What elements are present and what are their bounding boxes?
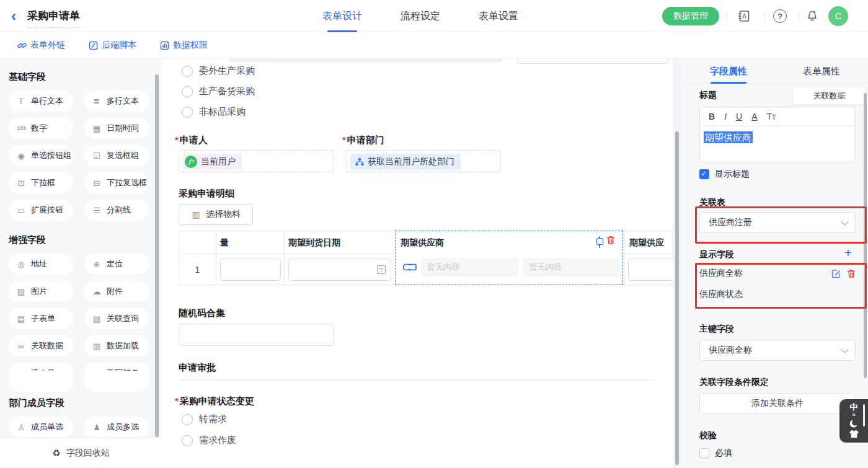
- field-item-multi-select[interactable]: ⊟下拉复选框: [84, 172, 149, 193]
- field-item-expand-button[interactable]: ▭扩展按钮: [9, 200, 73, 221]
- field-item-number[interactable]: 123数字: [9, 118, 73, 139]
- tab-flow-setting[interactable]: 流程设定: [401, 0, 440, 32]
- backend-script-button[interactable]: 后端脚本: [89, 40, 136, 51]
- radio-option-demand-void[interactable]: 需求作废: [182, 435, 236, 446]
- radio-icon[interactable]: [182, 435, 193, 446]
- field-item-subform[interactable]: ▤子表单: [9, 308, 73, 329]
- tab-field-properties[interactable]: 字段属性: [682, 59, 775, 83]
- supplier2-cell-input[interactable]: [628, 258, 673, 281]
- field-item-attachment[interactable]: ☁附件: [84, 281, 149, 302]
- relation-table-select[interactable]: 供应商注册: [699, 212, 856, 233]
- tag-label: 获取当前用户所处部门: [368, 156, 454, 167]
- relation-query-icon: ▧: [92, 314, 102, 324]
- radio-option-to-demand[interactable]: 转需求: [182, 413, 227, 425]
- add-display-field-icon[interactable]: +: [844, 248, 852, 258]
- field-item-checkbox-group[interactable]: ☑复选框组: [84, 145, 149, 166]
- canvas-scrollbar[interactable]: [675, 131, 679, 465]
- primary-key-select[interactable]: 供应商全称: [699, 340, 856, 361]
- translate-icon[interactable]: 中a: [850, 404, 858, 418]
- radio-icon[interactable]: [182, 414, 193, 425]
- copy-column-icon[interactable]: [599, 237, 600, 248]
- field-item-divider[interactable]: ☰分割线: [84, 200, 149, 221]
- user-avatar[interactable]: C: [828, 6, 848, 26]
- address-book-icon[interactable]: A: [737, 9, 751, 24]
- multi-line-text-icon: ≣: [92, 97, 102, 106]
- panel-tabs: 字段属性 表单属性: [682, 59, 868, 84]
- org-tree-icon: [355, 157, 364, 166]
- bold-icon[interactable]: B: [709, 112, 715, 121]
- qty-cell-input[interactable]: [220, 258, 281, 281]
- field-item-relation-query[interactable]: ▧关联查询: [84, 308, 149, 329]
- panel-scrollbar[interactable]: [864, 93, 867, 378]
- field-item-label: 成员单选: [31, 422, 63, 433]
- selected-column-supplier[interactable]: 期望供应商 暂无内容 暂无内容: [395, 231, 623, 285]
- date-cell-input[interactable]: 7: [288, 258, 391, 281]
- field-item-label: 单选按钮组: [31, 150, 71, 161]
- data-manage-button[interactable]: 数据管理: [662, 7, 719, 25]
- dark-mode-moon-icon[interactable]: [849, 419, 859, 429]
- title-editor[interactable]: B I U A Tт 期望供应商: [699, 107, 856, 162]
- field-item-label: 关联查询: [107, 313, 139, 324]
- field-item-address[interactable]: ◎地址: [9, 254, 73, 275]
- back-icon[interactable]: ‹: [11, 8, 16, 24]
- chain-link-icon: [17, 41, 27, 50]
- member-fields-grid: ♙成员单选 ♟成员多选: [9, 417, 161, 438]
- data-permission-icon: [160, 41, 169, 50]
- field-item-select[interactable]: ⊡下拉框: [9, 172, 73, 193]
- field-item-data-load[interactable]: ▥数据加载: [84, 335, 149, 356]
- edit-icon[interactable]: [831, 269, 841, 278]
- title-editor-body[interactable]: 期望供应商: [700, 126, 855, 149]
- applicant-input[interactable]: 户当前用户: [179, 150, 334, 172]
- field-item-multi-line-text[interactable]: ≣多行文本: [84, 91, 149, 112]
- tab-form-setting[interactable]: 表单设置: [479, 0, 518, 32]
- field-item-datetime[interactable]: ▦日期时间: [84, 118, 149, 139]
- field-item-image[interactable]: ▨图片: [9, 281, 73, 302]
- tab-form-design[interactable]: 表单设计: [322, 0, 362, 32]
- radio-option-stock[interactable]: 生产备货采购: [182, 86, 255, 97]
- tab-form-properties[interactable]: 表单属性: [775, 59, 868, 83]
- field-item-label: 多行文本: [107, 95, 139, 107]
- column-header-supplier2: 期望供应: [629, 237, 664, 249]
- calendar-icon: ▦: [92, 124, 102, 133]
- random-code-input[interactable]: [179, 324, 334, 346]
- font-color-icon[interactable]: A: [751, 112, 757, 121]
- italic-icon[interactable]: I: [724, 112, 727, 121]
- field-item-partial[interactable]: [9, 371, 73, 392]
- font-size-icon[interactable]: Tт: [766, 112, 776, 121]
- row-index-cell: 1: [179, 254, 216, 286]
- field-item-member-multi[interactable]: ♟成员多选: [84, 417, 149, 438]
- show-title-checkbox[interactable]: [699, 169, 709, 179]
- external-link-label: 表单外链: [30, 40, 65, 51]
- field-recycle-bin[interactable]: ♻ 字段回收站: [0, 437, 161, 468]
- radio-option-outsourced[interactable]: 委外生产采购: [182, 65, 255, 77]
- delete-column-icon[interactable]: [606, 236, 615, 245]
- field-item-location[interactable]: ⊕定位: [84, 254, 149, 275]
- underline-icon[interactable]: U: [736, 112, 742, 121]
- theme-shirt-icon[interactable]: [849, 430, 859, 438]
- field-item-member-single[interactable]: ♙成员单选: [9, 417, 73, 438]
- display-field-name: 供应商状态: [699, 289, 743, 300]
- trash-icon[interactable]: [847, 269, 856, 278]
- field-item-relation-data[interactable]: ∞关联数据: [9, 335, 73, 356]
- section-title-member-fields: 部门成员字段: [9, 397, 161, 409]
- notification-bell-icon[interactable]: [805, 9, 820, 24]
- radio-icon[interactable]: [182, 86, 193, 97]
- radio-icon[interactable]: [182, 66, 193, 77]
- radio-option-nonstandard[interactable]: 非标品采购: [182, 106, 246, 118]
- field-item-partial[interactable]: [84, 371, 149, 392]
- select-material-button[interactable]: ▥ 选择物料: [179, 204, 253, 225]
- department-input[interactable]: 获取当前用户所处部门: [346, 150, 501, 172]
- help-icon[interactable]: ?: [773, 9, 787, 24]
- external-link-button[interactable]: 表单外链: [17, 40, 65, 51]
- calendar-date-icon[interactable]: 7: [377, 265, 386, 274]
- page-title[interactable]: 采购申请单: [27, 9, 80, 28]
- add-condition-button[interactable]: 添加关联条件: [699, 393, 856, 414]
- sidebar-scrollbar[interactable]: [155, 74, 159, 437]
- field-item-label: 定位: [107, 258, 123, 270]
- required-checkbox[interactable]: [699, 448, 709, 458]
- detail-section-title: 采购申请明细: [179, 188, 234, 200]
- field-item-radio-group[interactable]: ◉单选按钮组: [9, 145, 73, 166]
- field-item-single-line-text[interactable]: T单行文本: [9, 91, 73, 112]
- radio-icon[interactable]: [182, 107, 193, 118]
- data-permission-button[interactable]: 数据权限: [160, 40, 208, 51]
